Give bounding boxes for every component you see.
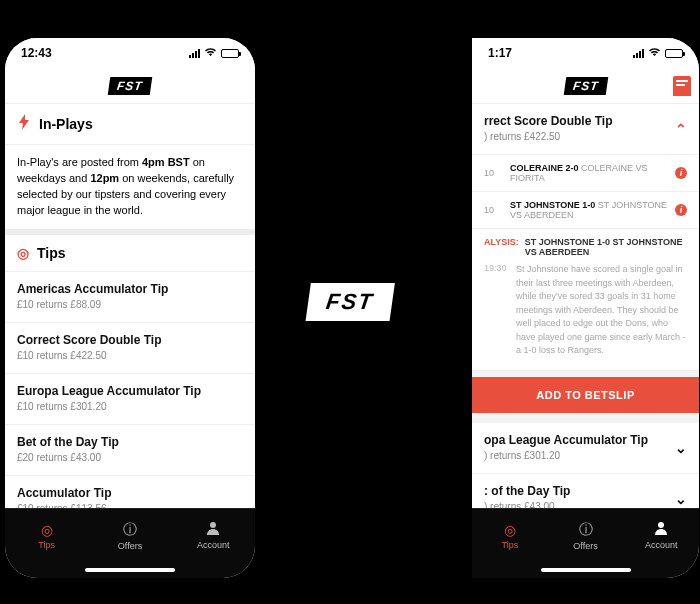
- add-to-betslip-button[interactable]: ADD TO BETSLIP: [472, 377, 699, 413]
- home-indicator: [5, 562, 255, 578]
- svg-point-0: [210, 522, 216, 528]
- analysis-title: ST JOHNSTONE 1-0 ST JOHNSTONE VS ABERDEE…: [525, 237, 687, 257]
- analysis-block: ALYSIS: ST JOHNSTONE 1-0 ST JOHNSTONE VS…: [472, 229, 699, 371]
- signal-icon: [189, 49, 200, 58]
- analysis-text: St Johnstone have scored a single goal i…: [516, 263, 687, 358]
- app-header: FST: [472, 68, 699, 104]
- battery-icon: [665, 49, 683, 58]
- betslip-icon[interactable]: [673, 76, 691, 96]
- chevron-up-icon: ⌃: [675, 121, 687, 137]
- match-score: COLERAINE 2-0: [510, 163, 579, 173]
- battery-icon: [221, 49, 239, 58]
- match-time: 10: [484, 168, 504, 178]
- tab-label: Account: [197, 540, 230, 550]
- tab-bar: ◎ Tips ⓘ Offers Account: [5, 508, 255, 562]
- tab-label: Offers: [573, 541, 597, 551]
- person-icon: [654, 521, 668, 538]
- info-icon: ⓘ: [123, 521, 137, 539]
- tab-tips[interactable]: ◎ Tips: [5, 509, 88, 562]
- tip-row[interactable]: : of the Day Tip ) returns £43.00 ⌄: [472, 474, 699, 509]
- tip-row[interactable]: opa League Accumulator Tip ) returns £30…: [472, 423, 699, 474]
- tab-label: Offers: [118, 541, 142, 551]
- tip-title: Bet of the Day Tip: [17, 435, 243, 449]
- inplays-heading: In-Plays: [39, 116, 93, 132]
- tip-sub: £10 returns £301.20: [17, 401, 243, 412]
- bolt-icon: [17, 114, 31, 134]
- phone-left: 12:43 FST In-Plays In-Play's are posted …: [5, 38, 255, 578]
- match-main: ST JOHNSTONE 1-0 ST JOHNSTONE VS ABERDEE…: [510, 200, 669, 220]
- match-score: ST JOHNSTONE 1-0: [510, 200, 595, 210]
- app-header: FST: [5, 68, 255, 104]
- status-right: [189, 47, 239, 59]
- status-bar: 1:17: [472, 38, 699, 68]
- inplays-section-header: In-Plays: [5, 104, 255, 145]
- tip-title: Americas Accumulator Tip: [17, 282, 243, 296]
- inplays-text: In-Play's are posted from: [17, 156, 142, 168]
- tip-title: : of the Day Tip: [484, 484, 687, 498]
- wifi-icon: [204, 47, 217, 59]
- tips-heading: Tips: [37, 245, 66, 261]
- wifi-icon: [648, 47, 661, 59]
- tip-row[interactable]: Accumulator Tip £10 returns £113.56: [5, 476, 255, 508]
- tip-sub: ) returns £422.50: [484, 131, 687, 142]
- home-indicator: [472, 562, 699, 578]
- tab-account[interactable]: Account: [172, 509, 255, 562]
- match-row[interactable]: 10 ST JOHNSTONE 1-0 ST JOHNSTONE VS ABER…: [472, 192, 699, 229]
- inplays-bold2: 12pm: [90, 172, 119, 184]
- fst-center-logo: FST: [306, 283, 395, 321]
- chevron-down-icon: ⌄: [675, 491, 687, 507]
- tab-label: Tips: [38, 540, 55, 550]
- tip-title: Correct Score Double Tip: [17, 333, 243, 347]
- tip-row-expanded[interactable]: rrect Score Double Tip ) returns £422.50…: [472, 104, 699, 155]
- status-right: [633, 47, 683, 59]
- tab-account[interactable]: Account: [623, 509, 699, 562]
- tip-sub: £10 returns £422.50: [17, 350, 243, 361]
- tip-title: Europa League Accumulator Tip: [17, 384, 243, 398]
- tab-label: Tips: [502, 540, 519, 550]
- info-icon: ⓘ: [579, 521, 593, 539]
- tip-title: rrect Score Double Tip: [484, 114, 687, 128]
- tab-offers[interactable]: ⓘ Offers: [548, 509, 624, 562]
- phone-right: 1:17 FST rrect Score Double Tip ) return…: [472, 38, 699, 578]
- match-main: COLERAINE 2-0 COLERAINE VS FIORITA: [510, 163, 669, 183]
- content-scroll[interactable]: In-Plays In-Play's are posted from 4pm B…: [5, 104, 255, 508]
- info-icon[interactable]: i: [675, 167, 687, 179]
- tip-sub: ) returns £301.20: [484, 450, 687, 461]
- inplays-bold1: 4pm BST: [142, 156, 190, 168]
- analysis-time: 19:30: [484, 263, 510, 358]
- tip-row[interactable]: Correct Score Double Tip £10 returns £42…: [5, 323, 255, 374]
- tip-sub: £10 returns £88.09: [17, 299, 243, 310]
- tip-sub: £10 returns £113.56: [17, 503, 243, 508]
- status-bar: 12:43: [5, 38, 255, 68]
- tip-sub: ) returns £43.00: [484, 501, 687, 509]
- tip-title: opa League Accumulator Tip: [484, 433, 687, 447]
- info-icon[interactable]: i: [675, 204, 687, 216]
- status-time: 12:43: [21, 46, 52, 60]
- target-icon: ◎: [504, 522, 516, 538]
- content-scroll[interactable]: rrect Score Double Tip ) returns £422.50…: [472, 104, 699, 508]
- fst-logo: FST: [108, 77, 152, 95]
- tip-sub: £20 returns £43.00: [17, 452, 243, 463]
- tab-label: Account: [645, 540, 678, 550]
- match-time: 10: [484, 205, 504, 215]
- target-icon: ◎: [41, 522, 53, 538]
- tip-title: Accumulator Tip: [17, 486, 243, 500]
- chevron-down-icon: ⌄: [675, 440, 687, 456]
- tab-tips[interactable]: ◎ Tips: [472, 509, 548, 562]
- signal-icon: [633, 49, 644, 58]
- tips-section-header: ◎ Tips: [5, 235, 255, 272]
- person-icon: [206, 521, 220, 538]
- tab-offers[interactable]: ⓘ Offers: [88, 509, 171, 562]
- svg-point-1: [658, 522, 664, 528]
- inplays-info: In-Play's are posted from 4pm BST on wee…: [5, 145, 255, 235]
- match-row[interactable]: 10 COLERAINE 2-0 COLERAINE VS FIORITA i: [472, 155, 699, 192]
- tab-bar: ◎ Tips ⓘ Offers Account: [472, 508, 699, 562]
- analysis-label: ALYSIS:: [484, 237, 519, 257]
- status-time: 1:17: [488, 46, 512, 60]
- tip-row[interactable]: Bet of the Day Tip £20 returns £43.00: [5, 425, 255, 476]
- tip-row[interactable]: Europa League Accumulator Tip £10 return…: [5, 374, 255, 425]
- tip-row[interactable]: Americas Accumulator Tip £10 returns £88…: [5, 272, 255, 323]
- target-icon: ◎: [17, 245, 29, 261]
- fst-logo: FST: [563, 77, 607, 95]
